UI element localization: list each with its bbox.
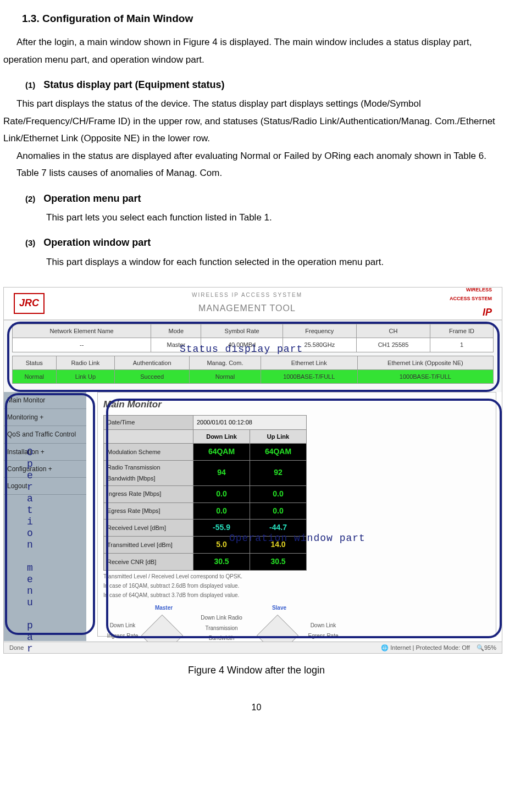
mm-r3-u: 0.0 <box>250 502 307 520</box>
status-h-2: Authentication <box>115 356 190 369</box>
item2-body: This part lets you select each function … <box>46 209 510 226</box>
mm-r2-u: 0.0 <box>250 485 307 502</box>
sidebar-item-logout[interactable]: Logout <box>4 478 86 495</box>
status-h-1: Radio Link <box>56 356 115 369</box>
mm-r0-u: 64QAM <box>250 444 307 461</box>
status-v-2: Succeed <box>115 370 190 384</box>
mm-note-3: In case of 64QAM, subtract 3.7dB from di… <box>103 592 490 599</box>
globe-icon: 🌐 <box>381 644 389 651</box>
brand-right-1: WIRELESS <box>450 287 492 294</box>
settings-h-rate: Symbol Rate <box>201 324 283 338</box>
figure-caption: Figure 4 Window after the login <box>3 661 510 680</box>
section-number: 1.3. <box>22 13 40 24</box>
brand-right: WIRELESS ACCESS SYSTEM IP <box>450 287 492 322</box>
item2-title: Operation menu part <box>43 193 141 204</box>
sidebar-item-configuration[interactable]: Configuration + <box>4 461 86 478</box>
mm-r6-l: Receive CNR [dB] <box>104 554 193 571</box>
statusbar-zone: Internet | Protected Mode: Off <box>390 644 470 651</box>
mm-r1-d: 94 <box>193 460 250 485</box>
operation-window: Main Monitor Date/Time 2000/01/01 00:12:… <box>97 392 496 637</box>
mm-r3-l: Egress Rate [Mbps] <box>104 502 193 520</box>
status-h-0: Status <box>13 356 57 369</box>
diagram-dl-radio: Down Link Radio Transmission Bandwidth <box>194 613 249 644</box>
mm-date-label: Date/Time <box>104 416 193 429</box>
mm-r0-l: Modulation Scheme <box>104 444 193 461</box>
screenshot-region: JRC WIRELESS IP ACCESS SYSTEM MANAGEMENT… <box>3 287 502 654</box>
mm-r4-l: Received Level [dBm] <box>104 520 193 537</box>
status-h-5: Ethernet Link (Opposite NE) <box>357 356 493 369</box>
item1-body-2: Anomalies in the status are displayed af… <box>3 147 510 164</box>
sidebar-item-monitoring[interactable]: Monitoring + <box>4 409 86 426</box>
item1-number: (1) <box>25 80 35 90</box>
sidebar-item-main-monitor[interactable]: Main Monitor <box>4 392 86 409</box>
brand-right-ip: IP <box>450 303 492 322</box>
diagram-dl-ingress: Down Link Ingress Rate <box>101 621 145 641</box>
status-v-5: 1000BASE-T/FULL <box>357 370 493 384</box>
settings-v-name: -- <box>13 338 151 352</box>
mm-r2-d: 0.0 <box>193 485 250 502</box>
main-area: Main Monitor Monitoring + QoS and Traffi… <box>4 392 502 641</box>
item1-body-1: This part displays the status of the dev… <box>3 95 510 147</box>
item3-heading: (3) Operation window part <box>25 234 510 252</box>
brand-logo: JRC <box>14 293 45 313</box>
item2-heading: (2) Operation menu part <box>25 190 510 208</box>
section-title-text: Configuration of Main Window <box>42 13 193 24</box>
item3-title: Operation window part <box>43 237 151 248</box>
diagram-dl-egress: Down Link Egress Rate <box>301 621 345 641</box>
mm-r3-d: 0.0 <box>193 502 250 520</box>
settings-h-mode: Mode <box>151 324 201 338</box>
mm-note-2: In case of 16QAM, subtract 2.6dB from di… <box>103 582 490 589</box>
item3-body: This part displays a window for each fun… <box>46 253 510 270</box>
item1-body-3: Table 7 lists causes of anomalies of Man… <box>3 164 510 181</box>
settings-v-fid: 1 <box>430 338 494 352</box>
mm-r2-l: Ingress Rate [Mbps] <box>104 485 193 502</box>
mm-note-1: Transmitted Level / Received Level corre… <box>103 573 490 580</box>
mm-col-up: Up Link <box>250 429 307 443</box>
settings-v-ch: CH1 25585 <box>356 338 430 352</box>
status-v-3: Normal <box>190 370 261 384</box>
mm-date-value: 2000/01/01 00:12:08 <box>193 416 307 429</box>
settings-h-fid: Frame ID <box>430 324 494 338</box>
mm-r1-l: Radio Transmission Bandwidth [Mbps] <box>104 460 193 485</box>
status-table: Status Radio Link Authentication Manag. … <box>12 356 494 384</box>
app-title: MANAGEMENT TOOL <box>192 300 302 317</box>
annotation-label-work: Operation window part <box>229 529 366 548</box>
app-title-small: WIRELESS IP ACCESS SYSTEM <box>192 290 302 301</box>
app-title-block: WIRELESS IP ACCESS SYSTEM MANAGEMENT TOO… <box>192 290 302 317</box>
mm-r6-u: 30.5 <box>250 554 307 571</box>
diagram-master: Master <box>142 603 186 614</box>
intro-paragraph: After the login, a main window shown in … <box>3 34 510 68</box>
brand-right-2: ACCESS SYSTEM <box>450 294 492 303</box>
sidebar-item-qos[interactable]: QoS and Traffic Control <box>4 426 86 443</box>
operation-menu: Main Monitor Monitoring + QoS and Traffi… <box>4 392 86 641</box>
browser-statusbar: Done 🌐 Internet | Protected Mode: Off 🔍9… <box>4 642 502 653</box>
annotation-label-menu: Operation menu part <box>20 447 38 654</box>
sidebar-item-installation[interactable]: Installation + <box>4 444 86 461</box>
mm-col-down: Down Link <box>193 429 250 443</box>
app-header: JRC WIRELESS IP ACCESS SYSTEM MANAGEMENT… <box>4 288 502 321</box>
item1-title: Status display part (Equipment status) <box>43 79 224 90</box>
mm-r5-l: Transmitted Level [dBm] <box>104 537 193 554</box>
statusbar-zoom: 95% <box>484 644 496 651</box>
page-number: 10 <box>3 699 510 716</box>
item2-number: (2) <box>25 194 35 203</box>
settings-h-freq: Frequency <box>283 324 356 338</box>
item1-heading: (1) Status display part (Equipment statu… <box>25 76 510 94</box>
settings-h-ch: CH <box>356 324 430 338</box>
item3-number: (3) <box>25 238 35 247</box>
work-title: Main Monitor <box>103 396 490 413</box>
status-v-1: Link Up <box>56 370 115 384</box>
section-heading: 1.3. Configuration of Main Window <box>22 9 510 28</box>
annotation-label-status: Status display part <box>180 340 303 358</box>
status-v-0: Normal <box>13 370 57 384</box>
diagram-slave: Slave <box>257 603 301 614</box>
settings-h-name: Network Element Name <box>13 324 151 338</box>
status-v-4: 1000BASE-T/FULL <box>261 370 357 384</box>
mm-r6-d: 30.5 <box>193 554 250 571</box>
mm-r1-u: 92 <box>250 460 307 485</box>
mm-r0-d: 64QAM <box>193 444 250 461</box>
